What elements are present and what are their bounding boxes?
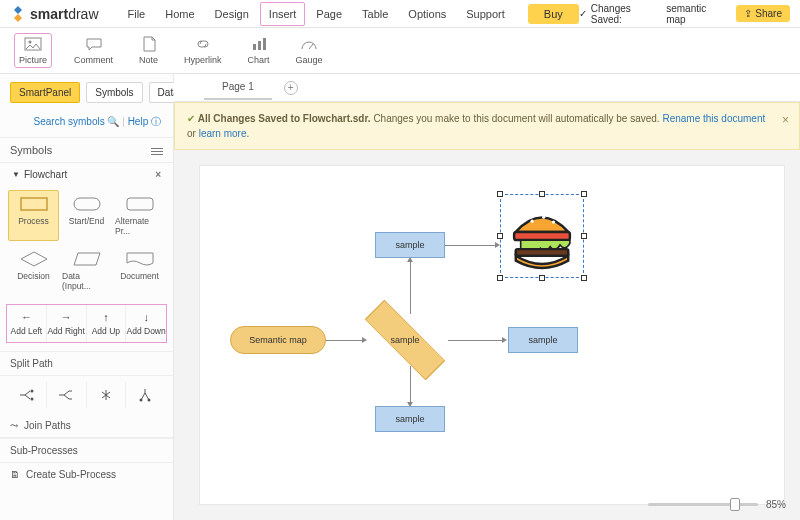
quick-add-left[interactable]: ←Add Left: [7, 305, 47, 342]
page-tab-1[interactable]: Page 1: [204, 75, 272, 100]
ribbon-comment[interactable]: Comment: [70, 34, 117, 67]
split-path-heading: Split Path: [0, 351, 173, 376]
svg-rect-6: [21, 198, 47, 210]
help-icon: ⓘ: [151, 116, 161, 127]
close-group-icon[interactable]: ×: [155, 169, 161, 180]
app-logo: smartdraw: [10, 6, 99, 22]
burger-image-icon: [501, 195, 583, 277]
rename-document-link[interactable]: Rename this document: [662, 113, 765, 124]
search-icon: 🔍: [107, 116, 119, 127]
inserted-picture[interactable]: [500, 194, 584, 278]
shape-decision[interactable]: Decision: [8, 245, 59, 296]
arrow-decision-to-bottom: [410, 366, 411, 402]
add-page-button[interactable]: +: [284, 81, 298, 95]
share-icon: ⇪: [744, 8, 752, 19]
shape-document[interactable]: Document: [114, 245, 165, 296]
ribbon-picture[interactable]: Picture: [14, 33, 52, 68]
zoom-value: 85%: [766, 499, 786, 510]
comment-icon: [85, 36, 103, 52]
svg-rect-17: [516, 249, 568, 256]
menu-insert[interactable]: Insert: [260, 2, 306, 26]
arrow-icon: ↑: [103, 311, 109, 323]
side-tab-symbols[interactable]: Symbols: [86, 82, 142, 103]
ribbon-hyperlink[interactable]: Hyperlink: [180, 34, 226, 67]
drawing-canvas[interactable]: Semantic map sample sample sample sample: [200, 166, 784, 504]
side-tab-smartpanel[interactable]: SmartPanel: [10, 82, 80, 103]
svg-rect-2: [253, 44, 256, 50]
menu-page[interactable]: Page: [307, 2, 351, 26]
chart-icon: [250, 36, 268, 52]
menu-file[interactable]: File: [119, 2, 155, 26]
gauge-icon: [300, 36, 318, 52]
arrow-icon: →: [61, 311, 72, 323]
arrow-icon: ←: [21, 311, 32, 323]
note-icon: [140, 36, 158, 52]
menu-table[interactable]: Table: [353, 2, 397, 26]
help-link[interactable]: Help: [128, 116, 149, 127]
svg-point-1: [29, 41, 32, 44]
node-decision[interactable]: sample: [362, 317, 448, 363]
shape-start-end[interactable]: Start/End: [61, 190, 112, 241]
chevron-down-icon[interactable]: ▼: [12, 170, 20, 179]
menu-support[interactable]: Support: [457, 2, 514, 26]
arrow-decision-to-top: [410, 262, 411, 314]
join-paths-heading[interactable]: Join Paths: [24, 420, 71, 431]
svg-point-13: [531, 220, 534, 223]
quick-add-down[interactable]: ↓Add Down: [126, 305, 166, 342]
svg-point-12: [148, 399, 151, 402]
node-start[interactable]: Semantic map: [230, 326, 326, 354]
zoom-thumb[interactable]: [730, 498, 740, 511]
arrow-top-to-image: [445, 245, 495, 246]
split-path-option-1[interactable]: [8, 382, 47, 408]
arrow-icon: ↓: [143, 311, 149, 323]
check-icon: ✓: [579, 8, 587, 19]
menu-design[interactable]: Design: [206, 2, 258, 26]
hyperlink-icon: [194, 36, 212, 52]
shape-process[interactable]: Process: [8, 190, 59, 241]
svg-point-9: [31, 390, 34, 393]
svg-rect-4: [263, 38, 266, 50]
search-symbols-link[interactable]: Search symbols: [34, 116, 105, 127]
shape-data-input-[interactable]: Data (Input...: [61, 245, 112, 296]
node-top[interactable]: sample: [375, 232, 445, 258]
symbol-group-name: Flowchart: [24, 169, 67, 180]
sub-processes-heading: Sub-Processes: [0, 438, 173, 463]
share-button[interactable]: ⇪ Share: [736, 5, 790, 22]
quick-add-right[interactable]: →Add Right: [47, 305, 87, 342]
split-path-option-4[interactable]: [126, 382, 165, 408]
zoom-slider[interactable]: [648, 503, 758, 506]
split-path-option-3[interactable]: [87, 382, 126, 408]
ribbon-chart[interactable]: Chart: [244, 34, 274, 67]
svg-point-10: [31, 398, 34, 401]
svg-rect-8: [127, 198, 153, 210]
svg-point-15: [552, 220, 555, 223]
info-banner: ✔ All Changes Saved to Flowchart.sdr. Ch…: [174, 102, 800, 150]
shape-alternate-pr-[interactable]: Alternate Pr...: [114, 190, 165, 241]
arrow-decision-to-right: [448, 340, 502, 341]
node-right[interactable]: sample: [508, 327, 578, 353]
svg-rect-3: [258, 41, 261, 50]
create-sub-process-button[interactable]: 🗎 Create Sub-Process: [0, 463, 173, 486]
buy-button[interactable]: Buy: [528, 4, 579, 24]
learn-more-link[interactable]: learn more: [199, 128, 247, 139]
check-icon: ✔: [187, 113, 198, 124]
svg-rect-7: [74, 198, 100, 210]
zoom-control[interactable]: 85%: [648, 499, 786, 510]
ribbon-note[interactable]: Note: [135, 34, 162, 67]
split-path-option-2[interactable]: [47, 382, 86, 408]
hamburger-icon[interactable]: [151, 146, 163, 155]
arrow-start-to-decision: [326, 340, 362, 341]
save-status: ✓ Changes Saved: semantic map: [579, 3, 727, 25]
svg-rect-16: [514, 232, 570, 240]
svg-line-5: [309, 44, 313, 49]
ribbon-gauge[interactable]: Gauge: [292, 34, 327, 67]
menu-home[interactable]: Home: [156, 2, 203, 26]
new-doc-icon: 🗎: [10, 469, 20, 480]
quick-add-up[interactable]: ↑Add Up: [87, 305, 127, 342]
picture-icon: [24, 36, 42, 52]
node-bottom[interactable]: sample: [375, 406, 445, 432]
svg-point-14: [542, 216, 545, 219]
svg-point-11: [140, 399, 143, 402]
close-banner-icon[interactable]: ×: [782, 111, 789, 129]
menu-options[interactable]: Options: [399, 2, 455, 26]
